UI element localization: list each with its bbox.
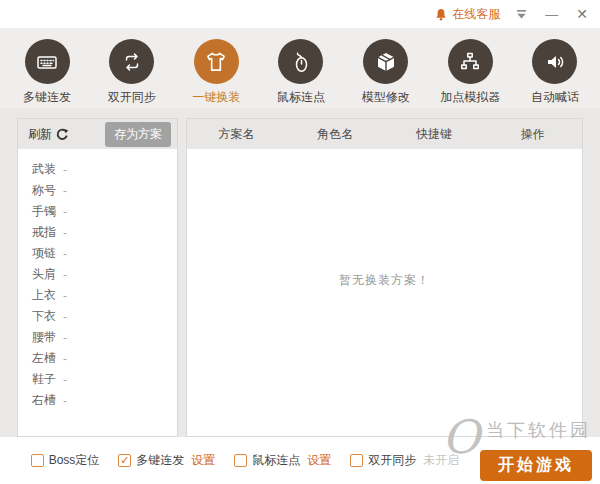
plans-table-body: 暂无换装方案！: [187, 149, 582, 436]
slot-value: -: [63, 184, 67, 198]
equipment-slot-row: 下衣 -: [32, 306, 177, 327]
slot-value: -: [63, 394, 67, 408]
equipment-slot-row: 项链 -: [32, 243, 177, 264]
refresh-label: 刷新: [28, 126, 52, 143]
equipment-slot-row: 头肩 -: [32, 264, 177, 285]
toolbar-item-label: 双开同步: [108, 89, 156, 106]
toolbar-item-mouse[interactable]: 鼠标连点: [266, 28, 336, 108]
empty-state-text: 暂无换装方案！: [187, 272, 582, 289]
status-text: 未开启: [423, 452, 459, 469]
speaker-icon: [532, 39, 577, 84]
equipment-slot-row: 手镯 -: [32, 201, 177, 222]
menu-dropdown-icon[interactable]: [516, 8, 527, 21]
checkbox-box[interactable]: [350, 454, 363, 467]
toolbar-item-speaker[interactable]: 自动喊话: [520, 28, 590, 108]
slot-name: 戒指: [32, 224, 56, 241]
slot-name: 腰带: [32, 329, 56, 346]
table-column-header: 快捷键: [385, 126, 484, 143]
toolbar-item-label: 多键连发: [23, 89, 71, 106]
start-game-button[interactable]: 开始游戏: [480, 450, 592, 481]
slot-name: 鞋子: [32, 371, 56, 388]
slot-name: 头肩: [32, 266, 56, 283]
refresh-button[interactable]: 刷新: [28, 126, 69, 143]
feature-checkbox[interactable]: 双开同步 未开启: [350, 452, 459, 469]
online-service-link[interactable]: 在线客服: [435, 6, 500, 23]
sync-icon: [109, 39, 154, 84]
slot-name: 项链: [32, 245, 56, 262]
table-column-header: 操作: [483, 126, 582, 143]
slot-value: -: [63, 205, 67, 219]
checkbox-box[interactable]: ✓: [118, 454, 131, 467]
toolbar-item-keyboard[interactable]: 多键连发: [12, 28, 82, 108]
equipment-sidebar: 刷新 存为方案 武装 - 称号 - 手镯 - 戒指 -: [17, 118, 178, 437]
toolbar-item-tshirt[interactable]: 一键换装: [181, 28, 251, 108]
equipment-slot-row: 左槽 -: [32, 348, 177, 369]
checkbox-label: 鼠标连点: [252, 452, 300, 469]
slot-name: 武装: [32, 161, 56, 178]
toolbar-item-sync[interactable]: 双开同步: [97, 28, 167, 108]
toolbar-item-label: 鼠标连点: [277, 89, 325, 106]
toolbar-item-label: 加点模拟器: [440, 89, 500, 106]
toolbar-item-cube[interactable]: 模型修改: [351, 28, 421, 108]
feature-checkbox[interactable]: 鼠标连点 设置: [234, 452, 331, 469]
refresh-icon: [56, 128, 69, 141]
keyboard-icon: [25, 39, 70, 84]
equipment-slot-list: 武装 - 称号 - 手镯 - 戒指 - 项链 - 头肩 - 上衣 -: [18, 149, 177, 411]
node-tree-icon: [448, 39, 493, 84]
plans-panel: 方案名 角色名 快捷键 操作 暂无换装方案！: [186, 118, 583, 437]
checkbox-label: 双开同步: [368, 452, 416, 469]
toolbar-item-label: 自动喊话: [531, 89, 579, 106]
feature-checkbox[interactable]: Boss定位: [31, 452, 100, 469]
slot-value: -: [63, 289, 67, 303]
title-bar: 在线客服 — ✕: [0, 0, 600, 28]
online-service-label: 在线客服: [452, 6, 500, 23]
slot-value: -: [63, 163, 67, 177]
minimize-icon[interactable]: —: [545, 8, 558, 21]
slot-name: 下衣: [32, 308, 56, 325]
close-icon[interactable]: ✕: [576, 7, 588, 21]
save-plan-button[interactable]: 存为方案: [105, 122, 171, 147]
slot-name: 手镯: [32, 203, 56, 220]
table-column-header: 角色名: [286, 126, 385, 143]
slot-value: -: [63, 226, 67, 240]
content-area: 刷新 存为方案 武装 - 称号 - 手镯 - 戒指 -: [0, 108, 600, 437]
slot-name: 称号: [32, 182, 56, 199]
bottom-bar: Boss定位 ✓ 多键连发 设置 鼠标连点 设置 双开同步 未开启 开始游戏 O…: [0, 437, 600, 484]
window-controls: — ✕: [516, 7, 588, 21]
tshirt-icon: [194, 39, 239, 84]
checkbox-label: Boss定位: [49, 452, 100, 469]
equipment-slot-row: 右槽 -: [32, 390, 177, 411]
slot-value: -: [63, 331, 67, 345]
sidebar-header: 刷新 存为方案: [18, 119, 177, 149]
toolbar-item-node-tree[interactable]: 加点模拟器: [435, 28, 505, 108]
equipment-slot-row: 鞋子 -: [32, 369, 177, 390]
slot-value: -: [63, 373, 67, 387]
checkbox-box[interactable]: [31, 454, 44, 467]
table-column-header: 方案名: [187, 126, 286, 143]
feature-toolbar: 多键连发 双开同步 一键换装 鼠标连点 模型修改 加点模拟器 自动喊话: [0, 28, 600, 108]
equipment-slot-row: 称号 -: [32, 180, 177, 201]
slot-name: 左槽: [32, 350, 56, 367]
equipment-slot-row: 武装 -: [32, 159, 177, 180]
slot-value: -: [63, 268, 67, 282]
slot-value: -: [63, 352, 67, 366]
feature-checkbox[interactable]: ✓ 多键连发 设置: [118, 452, 215, 469]
toolbar-item-label: 模型修改: [362, 89, 410, 106]
checkbox-box[interactable]: [234, 454, 247, 467]
toolbar-item-label: 一键换装: [192, 89, 240, 106]
checkbox-label: 多键连发: [136, 452, 184, 469]
slot-value: -: [63, 310, 67, 324]
bell-icon: [435, 8, 447, 21]
cube-icon: [363, 39, 408, 84]
equipment-slot-row: 上衣 -: [32, 285, 177, 306]
equipment-slot-row: 腰带 -: [32, 327, 177, 348]
plans-table-header: 方案名 角色名 快捷键 操作: [187, 119, 582, 149]
equipment-slot-row: 戒指 -: [32, 222, 177, 243]
slot-value: -: [63, 247, 67, 261]
mouse-icon: [278, 39, 323, 84]
slot-name: 右槽: [32, 392, 56, 409]
slot-name: 上衣: [32, 287, 56, 304]
check-icon: ✓: [120, 455, 129, 466]
settings-link[interactable]: 设置: [191, 452, 215, 469]
settings-link[interactable]: 设置: [307, 452, 331, 469]
